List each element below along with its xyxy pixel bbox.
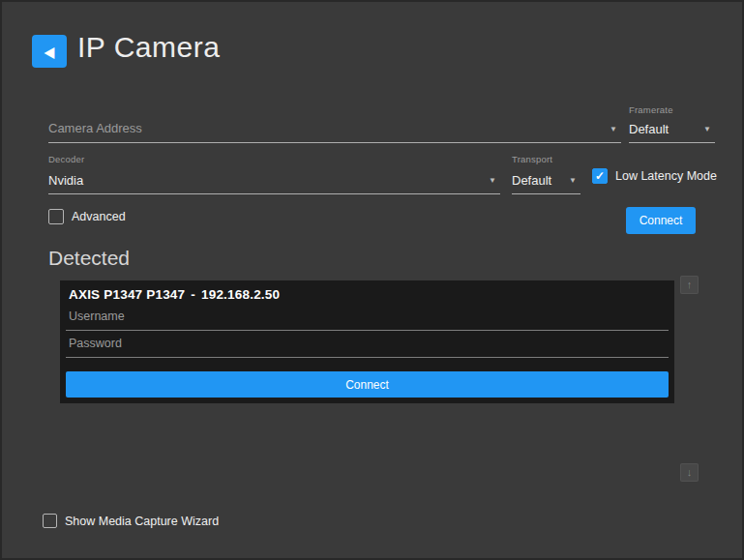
camera-address-field: ▼	[48, 110, 621, 143]
detected-camera-name: AXIS P1347 P1347	[69, 287, 185, 302]
back-arrow-icon: ◀	[45, 44, 55, 58]
framerate-label: Framerate	[629, 104, 715, 115]
show-wizard-checkbox-box[interactable]	[43, 514, 57, 528]
back-button[interactable]: ◀	[32, 35, 67, 68]
check-icon: ✓	[595, 170, 605, 182]
low-latency-checkbox[interactable]: ✓ Low Latency Mode	[592, 168, 717, 184]
password-input[interactable]	[66, 334, 669, 358]
framerate-value: Default	[629, 122, 669, 142]
advanced-checkbox[interactable]: Advanced	[48, 209, 126, 224]
show-wizard-checkbox[interactable]: Show Media Capture Wizard	[43, 514, 219, 528]
low-latency-checkbox-box[interactable]: ✓	[592, 168, 608, 184]
detected-camera-title: AXIS P1347 P1347-192.168.2.50	[69, 287, 280, 302]
low-latency-label: Low Latency Mode	[615, 169, 717, 183]
transport-value: Default	[512, 173, 551, 193]
framerate-select[interactable]: Framerate Default ▼	[629, 104, 715, 143]
scroll-down-icon: ↓	[687, 467, 693, 478]
scroll-up-icon: ↑	[687, 280, 693, 290]
ip-camera-dialog: ◀ IP Camera ▼ Framerate Default ▼ Decode…	[0, 0, 744, 560]
username-input[interactable]	[66, 307, 669, 331]
detected-heading: Detected	[48, 247, 130, 270]
show-wizard-label: Show Media Capture Wizard	[65, 515, 219, 528]
camera-connect-button[interactable]: Connect	[66, 371, 669, 398]
camera-address-dropdown-icon[interactable]: ▼	[606, 126, 621, 142]
advanced-label: Advanced	[72, 210, 126, 223]
decoder-dropdown-icon[interactable]: ▼	[485, 177, 500, 193]
transport-label: Transport	[512, 154, 580, 164]
transport-dropdown-icon[interactable]: ▼	[565, 177, 580, 193]
advanced-checkbox-box[interactable]	[48, 209, 64, 224]
detected-camera-address: 192.168.2.50	[201, 287, 280, 302]
scroll-up-button[interactable]: ↑	[680, 276, 699, 294]
decoder-select[interactable]: Decoder Nvidia ▼	[48, 154, 500, 194]
connect-button-label: Connect	[640, 214, 683, 227]
scroll-down-button[interactable]: ↓	[680, 463, 699, 482]
framerate-dropdown-icon[interactable]: ▼	[699, 126, 715, 142]
transport-select[interactable]: Transport Default ▼	[512, 154, 580, 194]
decoder-label: Decoder	[48, 154, 500, 164]
detected-camera-dash: -	[185, 287, 201, 302]
page-title: IP Camera	[77, 31, 220, 64]
camera-connect-button-label: Connect	[345, 378, 389, 392]
camera-address-input[interactable]	[48, 121, 606, 142]
decoder-value: Nvidia	[48, 173, 83, 193]
connect-button[interactable]: Connect	[626, 207, 696, 234]
